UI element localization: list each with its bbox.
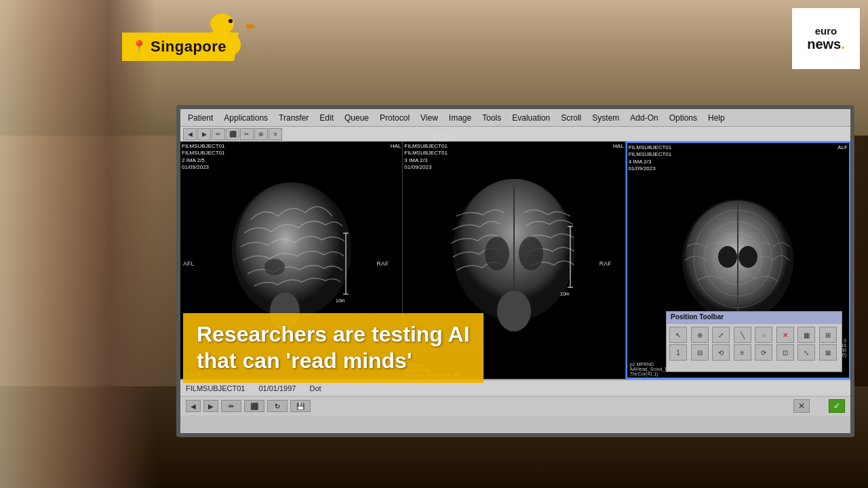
nav-prev-btn[interactable]: ◀ xyxy=(186,400,201,412)
toolbar: ◀ ▶ ✏ ⬛ ✂ ⊕ ≡ xyxy=(180,127,850,142)
menu-system[interactable]: System xyxy=(587,112,624,124)
menu-queue[interactable]: Queue xyxy=(340,112,374,124)
svg-text:10m: 10m xyxy=(560,291,570,296)
dot-label: Dot xyxy=(309,384,321,392)
toolbar-btn-4[interactable]: ⬛ xyxy=(226,128,239,140)
pt-btn-16[interactable]: ⊠ xyxy=(819,344,837,361)
menu-image[interactable]: Image xyxy=(444,112,476,124)
svg-point-24 xyxy=(718,246,737,268)
mri-panel1-info: FILMSUBJECT01 FILMSUBJECT01 2 IMA 2/5 01… xyxy=(182,143,225,171)
mri-monitor: Patient Applications Transfer Edit Queue… xyxy=(176,105,854,437)
scene: 📍 Singapore euro news. Patient Applicati… xyxy=(0,0,868,488)
select-btn[interactable]: ⬛ xyxy=(244,400,264,412)
svg-point-3 xyxy=(264,259,285,275)
menu-applications[interactable]: Applications xyxy=(219,112,273,124)
mri-panel2-info: FILMSUBJECT01 FILMSUBJECT01 3 IMA 2/3 01… xyxy=(404,143,448,171)
menu-evaluation[interactable]: Evaluation xyxy=(507,112,555,124)
svg-point-25 xyxy=(738,246,757,268)
euro-label: euro news. xyxy=(807,26,845,52)
statusbar: FILMSUBJECT01 01/01/1997 Dot ◀ ▶ ✏ ⬛ ↻ 💾… xyxy=(180,379,850,433)
menu-help[interactable]: Help xyxy=(703,112,730,124)
euronews-logo: euro news. xyxy=(792,8,860,69)
subtitle-line1: Researchers are testing AI xyxy=(197,321,470,347)
toolbar-btn-3[interactable]: ✏ xyxy=(212,128,225,140)
pt-btn-11[interactable]: ⟲ xyxy=(712,344,730,361)
pt-btn-move[interactable]: ⊕ xyxy=(691,327,709,343)
pt-btn-line[interactable]: ╲ xyxy=(734,327,751,343)
menu-protocol[interactable]: Protocol xyxy=(375,112,414,124)
toolbar-btn-1[interactable]: ◀ xyxy=(183,128,197,140)
pt-btn-14[interactable]: ⊡ xyxy=(776,344,794,361)
exam-date: 01/01/1997 xyxy=(258,384,296,392)
toolbar-btn-6[interactable]: ⊕ xyxy=(254,128,268,140)
position-toolbar: Position Toolbar ↖ ⊕ ⤢ ╲ ○ ✕ ▦ ⊞ 1 ⊟ ⟲ ≡… xyxy=(666,311,842,372)
mri-panel3-info: FILMSUBJECT01 FILMSUBJECT01 4 IMA 2/3 01… xyxy=(629,144,672,173)
confirm-btn[interactable]: ✓ xyxy=(829,399,845,413)
svg-text:10m: 10m xyxy=(336,298,345,303)
duck-head xyxy=(210,14,234,34)
menu-transfer[interactable]: Transfer xyxy=(274,112,313,124)
pt-btn-12[interactable]: ≡ xyxy=(734,344,751,361)
pt-btn-cursor[interactable]: ↖ xyxy=(669,327,687,343)
subtitle-line2: that can 'read minds' xyxy=(197,348,470,373)
duck-eye xyxy=(229,19,233,23)
pt-btn-15[interactable]: ⤡ xyxy=(797,344,815,361)
brain-axial-svg xyxy=(677,192,799,328)
mri-panel1-label-afl: AFL xyxy=(183,260,195,267)
mri-panel3-label-right: ALF xyxy=(837,144,848,150)
mri-panel1-label-raf: RAF xyxy=(376,260,389,267)
location-banner: 📍 Singapore xyxy=(122,33,239,61)
dot-icon: . xyxy=(841,37,845,52)
save-btn[interactable]: 💾 xyxy=(290,400,311,412)
location-pin-icon: 📍 xyxy=(132,39,146,54)
svg-point-1 xyxy=(236,182,347,311)
svg-point-11 xyxy=(485,237,509,270)
menu-scroll[interactable]: Scroll xyxy=(556,112,586,124)
svg-point-12 xyxy=(519,237,543,270)
pt-btn-7[interactable]: ▦ xyxy=(797,327,815,343)
toolbar-btn-7[interactable]: ≡ xyxy=(269,128,282,140)
menu-addon[interactable]: Add-On xyxy=(625,112,663,124)
patient-id: FILMSUBJECT01 xyxy=(186,384,245,392)
statusbar-row2: ◀ ▶ ✏ ⬛ ↻ 💾 ✕ ✓ xyxy=(180,396,850,415)
subtitle-background: Researchers are testing AI that can 'rea… xyxy=(183,313,484,383)
pt-btn-8[interactable]: ⊞ xyxy=(819,327,837,343)
duck-beak xyxy=(246,24,254,28)
left-equipment xyxy=(0,0,156,488)
news-label: news. xyxy=(807,37,845,52)
menu-patient[interactable]: Patient xyxy=(183,112,218,124)
rotate-btn[interactable]: ↻ xyxy=(267,400,288,412)
pencil-btn[interactable]: ✏ xyxy=(221,400,241,412)
pt-btn-10[interactable]: ⊟ xyxy=(691,344,709,361)
pt-btn-circle[interactable]: ○ xyxy=(755,327,772,343)
subtitle-container: Researchers are testing AI that can 'rea… xyxy=(183,313,604,383)
mri-panel2-raf: RAF xyxy=(599,260,612,267)
pt-btn-close[interactable]: ✕ xyxy=(776,327,794,343)
pt-btn-diagonal[interactable]: ⤢ xyxy=(712,327,730,343)
pt-btn-13[interactable]: ⟳ xyxy=(755,344,772,361)
menu-options[interactable]: Options xyxy=(665,112,702,124)
toolbar-btn-2[interactable]: ▶ xyxy=(197,128,211,140)
cancel-btn[interactable]: ✕ xyxy=(793,399,810,413)
location-text: Singapore xyxy=(151,38,226,56)
nav-next-btn[interactable]: ▶ xyxy=(203,400,218,412)
mri-panel2-label-right: HAL xyxy=(613,143,624,149)
position-toolbar-header: Position Toolbar xyxy=(667,312,842,324)
menu-edit[interactable]: Edit xyxy=(315,112,338,124)
pt-btn-9[interactable]: 1 xyxy=(669,344,687,361)
menu-tools[interactable]: Tools xyxy=(477,112,506,124)
menu-view[interactable]: View xyxy=(416,112,443,124)
mri-panel1-label-right: HAL xyxy=(391,143,401,149)
menubar: Patient Applications Transfer Edit Queue… xyxy=(180,109,850,127)
position-toolbar-body: ↖ ⊕ ⤢ ╲ ○ ✕ ▦ ⊞ 1 ⊟ ⟲ ≡ ⟳ ⊡ ⤡ ⊠ xyxy=(667,324,842,363)
toolbar-btn-5[interactable]: ✂ xyxy=(240,128,254,140)
